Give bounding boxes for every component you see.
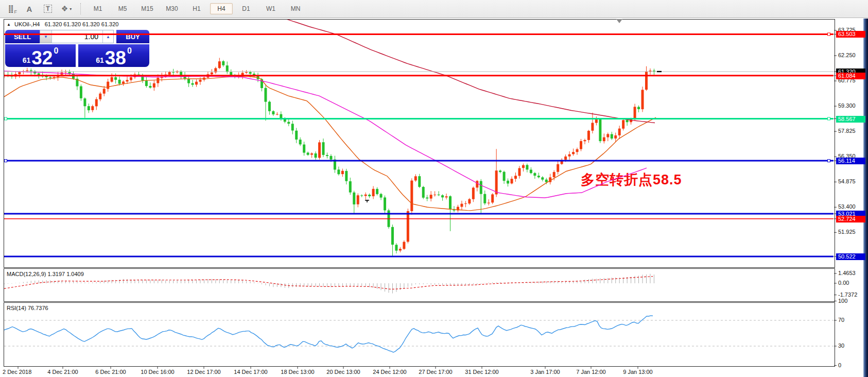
- timeframe-button-mn[interactable]: MN: [284, 3, 307, 14]
- macd-scale-label: -1.7372: [838, 292, 857, 298]
- price-tick-label: 54.875: [838, 178, 856, 184]
- timeframe-button-m5[interactable]: M5: [111, 3, 134, 14]
- timeframe-button-d1[interactable]: D1: [235, 3, 257, 14]
- buy-button[interactable]: BUY: [116, 30, 149, 43]
- toolbar: ⣿FAT❖▾ M1M5M15M30H1H4D1W1MN: [0, 0, 868, 18]
- price-badge-50.522: 50.522: [836, 253, 865, 260]
- sell-price-prefix: 61: [23, 56, 31, 64]
- time-axis-label: 10 Dec 16:00: [141, 369, 174, 375]
- sell-price-display[interactable]: 61 32 0: [5, 44, 76, 67]
- timeframe-button-h4[interactable]: H4: [210, 3, 233, 14]
- macd-label: MACD(12,26,9) 1.3197 1.0409: [7, 271, 84, 277]
- rsi-panel[interactable]: [4, 302, 835, 367]
- symbol-name: UKOil-,H4: [14, 21, 40, 27]
- time-axis-label: 9 Jan 13:00: [623, 369, 653, 375]
- volume-group: ▼ 1.00 ▲: [40, 30, 114, 43]
- time-axis-label: 18 Dec 13:00: [281, 369, 314, 375]
- time-axis-label: 4 Dec 21:00: [47, 369, 78, 375]
- rsi-scale-label: 100: [838, 298, 847, 304]
- time-axis-label: 14 Dec 17:00: [234, 369, 267, 375]
- rsi-scale-label: 0: [838, 362, 841, 368]
- price-badge-61.084: 61.084: [836, 73, 865, 79]
- price-tick-label: 62.250: [838, 52, 856, 58]
- text-label-icon[interactable]: A: [22, 3, 37, 15]
- timeframe-button-m30[interactable]: M30: [161, 3, 183, 14]
- buy-price-display[interactable]: 61 38 0: [78, 44, 149, 67]
- buy-price-sup: 0: [127, 46, 132, 56]
- volume-input[interactable]: 1.00: [52, 30, 102, 43]
- time-axis-label: 3 Jan 17:00: [530, 369, 560, 375]
- rsi-scale-label: 70: [838, 317, 844, 323]
- time-axis-label: 2 Dec 2018: [3, 369, 31, 375]
- text-box-icon[interactable]: T: [40, 3, 56, 15]
- symbols-palette-icon[interactable]: ⣿F: [3, 3, 19, 15]
- buy-price-prefix: 61: [96, 56, 104, 64]
- timeframe-button-m1[interactable]: M1: [86, 3, 109, 14]
- buy-price-big: 38: [105, 49, 126, 67]
- price-tick-label: 51.925: [838, 229, 856, 235]
- time-axis-label: 24 Dec 12:00: [373, 369, 406, 375]
- trading-app-window: ⣿FAT❖▾ M1M5M15M30H1H4D1W1MN ▲ UKOil-,H4 …: [0, 0, 868, 377]
- price-badge-58.567: 58.567: [836, 116, 865, 123]
- time-axis-label: 31 Dec 12:00: [465, 369, 498, 375]
- timeframe-button-w1[interactable]: W1: [259, 3, 282, 14]
- timeframe-button-h1[interactable]: H1: [185, 3, 208, 14]
- sell-button[interactable]: SELL: [5, 30, 40, 43]
- rsi-label: RSI(14) 76.7376: [7, 305, 48, 311]
- quote-values: 61.320 61.320 61.320 61.320: [45, 21, 119, 27]
- sell-price-sup: 0: [54, 46, 58, 56]
- volume-increase-button[interactable]: ▲: [102, 30, 113, 43]
- time-axis-label: 20 Dec 13:00: [326, 369, 360, 375]
- arrow-styles-icon[interactable]: ❖▾: [59, 3, 74, 15]
- price-badge-56.114: 56.114: [836, 158, 865, 164]
- timeframe-toolbar: M1M5M15M30H1H4D1W1MN: [85, 3, 308, 14]
- symbol-arrow-icon: ▲: [7, 22, 11, 27]
- time-axis-label: 7 Jan 12:00: [576, 369, 606, 375]
- sell-price-big: 32: [31, 49, 53, 67]
- volume-decrease-button[interactable]: ▼: [40, 30, 52, 43]
- price-tick-label: 57.825: [838, 128, 856, 134]
- time-axis-label: 27 Dec 17:00: [419, 369, 452, 375]
- price-badge-63.503: 63.503: [836, 31, 865, 38]
- timeframe-button-m15[interactable]: M15: [136, 3, 159, 14]
- price-tick-label: 59.300: [838, 102, 856, 109]
- time-axis-label: 12 Dec 17:00: [187, 369, 220, 375]
- one-click-trade-panel: SELL ▼ 1.00 ▲ BUY 61 32 0 61 38 0: [5, 30, 149, 67]
- price-badge-52.724: 52.724: [836, 216, 865, 222]
- macd-scale-label: 0.00: [838, 280, 849, 286]
- chart-scroll-marker-icon: [616, 19, 622, 23]
- toolbar-separator: [80, 3, 81, 14]
- macd-panel[interactable]: [4, 268, 835, 302]
- time-axis-label: 6 Dec 21:00: [95, 369, 126, 375]
- chart-text-annotation[interactable]: 多空转折点58.5: [581, 170, 682, 189]
- rsi-scale-label: 30: [838, 342, 844, 349]
- chart-title: ▲ UKOil-,H4 61.320 61.320 61.320 61.320: [7, 21, 118, 27]
- macd-scale-label: 1.4653: [838, 270, 856, 276]
- price-tick-label: 53.400: [838, 203, 856, 210]
